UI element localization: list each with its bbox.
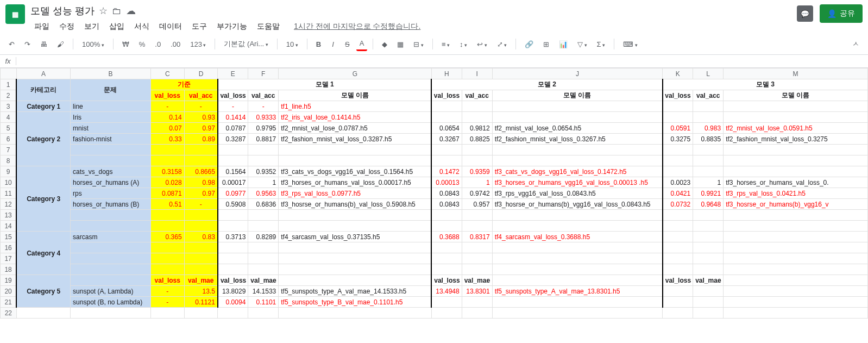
row-header[interactable]: 12 (1, 199, 17, 210)
cell[interactable]: 0.98 (184, 177, 218, 188)
col-header[interactable]: G (279, 68, 432, 79)
cell[interactable]: 기준 (150, 79, 218, 90)
cell[interactable] (279, 145, 432, 155)
cell[interactable]: sunspot (A, Lambda) (71, 286, 151, 297)
cell[interactable] (279, 253, 432, 264)
cell[interactable] (218, 155, 248, 166)
cell[interactable] (663, 112, 693, 123)
cell[interactable]: 모델 3 (663, 79, 868, 90)
cell[interactable] (693, 232, 724, 242)
cell[interactable] (693, 264, 724, 275)
cell[interactable] (218, 308, 248, 319)
cell[interactable]: - (248, 101, 279, 112)
cell[interactable]: 0.0094 (218, 297, 248, 308)
cell[interactable]: tf3_hosrse_or_humans(b)_vgg16_val_loss_0… (492, 199, 663, 210)
row-header[interactable]: 6 (1, 134, 17, 145)
cell[interactable]: 1 (693, 177, 724, 188)
currency-icon[interactable]: ₩ (119, 38, 133, 51)
cell[interactable]: 0.83 (184, 232, 218, 242)
cell[interactable] (663, 145, 693, 155)
cell[interactable]: 13.4948 (431, 286, 462, 297)
cell[interactable]: tf2_mnist_val_lose_0.0787.h5 (279, 123, 432, 134)
text-wrap-icon[interactable]: ↩ (474, 38, 490, 51)
row-header[interactable]: 7 (1, 145, 17, 155)
cell[interactable] (492, 297, 663, 308)
row-header[interactable]: 18 (1, 264, 17, 275)
cell[interactable] (71, 155, 151, 166)
row-header[interactable]: 19 (1, 275, 17, 286)
cell[interactable] (150, 145, 184, 155)
cell[interactable] (431, 242, 462, 253)
cell[interactable]: tf3_rps_val_loss_0.0421.h5 (724, 188, 868, 199)
cell[interactable]: mnist (71, 123, 151, 134)
cell[interactable] (71, 145, 151, 155)
cell[interactable]: 0.9921 (693, 188, 724, 199)
menu-edit[interactable]: 수정 (55, 20, 78, 34)
cell[interactable]: - (150, 101, 184, 112)
cell[interactable]: 0.8665 (184, 166, 218, 177)
cell[interactable] (184, 221, 218, 232)
cell[interactable]: Category 4 (16, 232, 70, 275)
row-header[interactable]: 21 (1, 297, 17, 308)
cell[interactable]: sarcasm (71, 232, 151, 242)
strikethrough-icon[interactable]: S (342, 38, 353, 51)
cell[interactable]: cats_vs_dogs (71, 166, 151, 177)
cell[interactable] (71, 264, 151, 275)
cell[interactable]: tf4_sarcasm_val_loss_0.3688.h5 (492, 232, 663, 242)
comment-icon[interactable]: 💬 (797, 5, 813, 22)
cell[interactable]: 0.365 (150, 232, 184, 242)
cell[interactable]: 0.983 (693, 123, 724, 134)
cell[interactable] (724, 297, 868, 308)
col-header[interactable]: L (693, 68, 724, 79)
cell[interactable] (279, 242, 432, 253)
cell[interactable]: 0.0732 (663, 199, 693, 210)
cell[interactable]: 0.9352 (248, 166, 279, 177)
col-header[interactable]: F (248, 68, 279, 79)
menu-help[interactable]: 도움말 (253, 20, 284, 34)
cell[interactable]: 0.9563 (248, 188, 279, 199)
cell[interactable]: Category 2 (16, 112, 70, 166)
cell[interactable]: val_loss (150, 275, 184, 286)
cell[interactable] (724, 112, 868, 123)
cell[interactable]: val_acc (693, 90, 724, 101)
cell[interactable] (462, 112, 492, 123)
formula-bar-input[interactable] (16, 57, 868, 65)
row-header[interactable]: 1 (1, 79, 17, 90)
cell[interactable]: tf1_line.h5 (279, 101, 432, 112)
menu-format[interactable]: 서식 (130, 20, 153, 34)
document-title[interactable]: 모델 성능 평가 (30, 4, 95, 17)
cell[interactable]: 0.1101 (248, 297, 279, 308)
cell[interactable]: 0.97 (184, 188, 218, 199)
cell[interactable]: 0.9333 (248, 112, 279, 123)
insert-comment-icon[interactable]: ⊞ (540, 38, 552, 51)
cell[interactable] (724, 253, 868, 264)
cell[interactable] (279, 275, 432, 286)
align-vertical-icon[interactable]: ↕ (456, 38, 470, 51)
percent-icon[interactable]: % (136, 38, 149, 51)
row-header[interactable]: 2 (1, 90, 17, 101)
cell[interactable]: 0.3275 (663, 134, 693, 145)
row-header[interactable]: 4 (1, 112, 17, 123)
cell[interactable] (492, 253, 663, 264)
cell[interactable]: Category 1 (16, 101, 70, 112)
cell[interactable] (462, 221, 492, 232)
cell[interactable]: 모델 2 (431, 79, 663, 90)
cell[interactable]: val_loss (663, 90, 693, 101)
cell[interactable] (663, 221, 693, 232)
cell[interactable] (693, 210, 724, 221)
cell[interactable]: val_mae (462, 275, 492, 286)
cell[interactable] (218, 221, 248, 232)
cell[interactable]: tf3_hosrse_or_humans(b)_vgg16_v (724, 199, 868, 210)
cell[interactable]: 0.8817 (248, 134, 279, 145)
col-header[interactable]: D (184, 68, 218, 79)
cell[interactable] (218, 145, 248, 155)
cell[interactable]: 모델 이름 (279, 90, 432, 101)
cell[interactable]: 0.0843 (431, 199, 462, 210)
col-header[interactable]: K (663, 68, 693, 79)
cell[interactable] (462, 297, 492, 308)
row-header[interactable]: 15 (1, 232, 17, 242)
print-icon[interactable]: 🖶 (37, 38, 51, 51)
fill-color-icon[interactable]: ◆ (379, 38, 391, 51)
cell[interactable] (724, 145, 868, 155)
row-header[interactable]: 22 (1, 308, 17, 319)
